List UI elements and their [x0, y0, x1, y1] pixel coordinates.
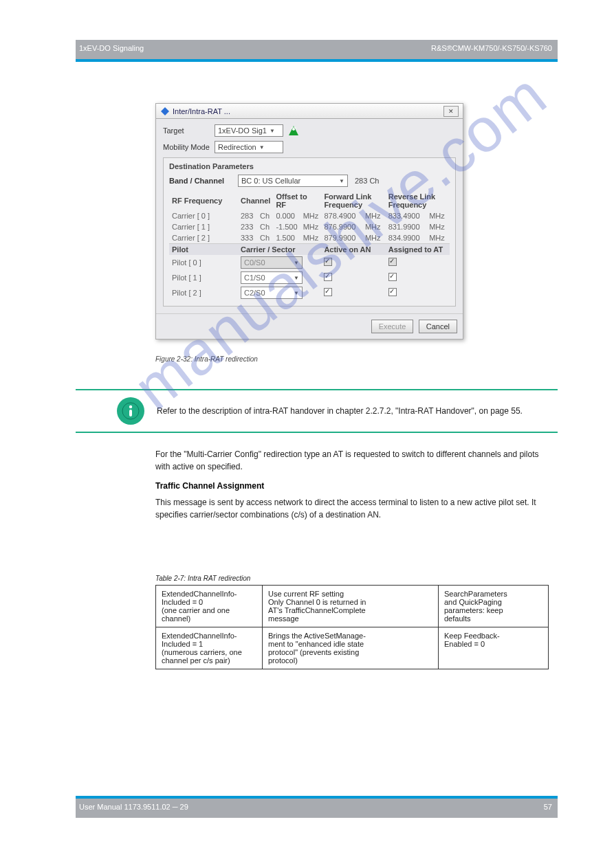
col-offset: Offset to RF — [273, 191, 321, 210]
paragraph: This message is sent by access network t… — [155, 496, 545, 521]
band-channel: 283 Ch — [355, 177, 379, 185]
execute-button[interactable]: Execute — [371, 320, 414, 333]
dialog-footer: Execute Cancel — [156, 313, 463, 339]
table-row: ExtendedChannelInfo- Included = 1 (numer… — [156, 627, 549, 669]
band-dropdown[interactable]: BC 0: US Cellular ▼ — [238, 175, 348, 187]
band-value: BC 0: US Cellular — [241, 177, 300, 185]
table-row: Pilot [ 2 ] C2/S0▼ — [169, 285, 450, 300]
table-row: ExtendedChannelInfo- Included = 0 (one c… — [156, 586, 549, 627]
col-channel: Channel — [238, 191, 273, 210]
subheading: Traffic Channel Assignment — [155, 480, 545, 492]
group-title: Destination Parameters — [169, 162, 450, 170]
pilot0-dropdown: C0/S0▼ — [241, 256, 303, 269]
paragraph: For the "Multi-Carrier Config" redirecti… — [155, 448, 545, 473]
mobility-dropdown[interactable]: Redirection ▼ — [215, 141, 283, 153]
figure-caption: Figure 2-32: Intra-RAT redirection — [155, 355, 258, 363]
pilot0-assigned-checkbox — [388, 258, 397, 266]
chevron-down-icon: ▼ — [339, 178, 344, 184]
target-dropdown[interactable]: 1xEV-DO Sig1 ▼ — [215, 124, 283, 137]
header-accent — [76, 59, 558, 62]
svg-rect-5 — [129, 410, 132, 416]
chevron-down-icon: ▼ — [294, 290, 299, 296]
col-assigned-at: Assigned to AT — [386, 244, 450, 256]
table-row: Carrier [ 2 ] 333Ch 1.500MHz 879.9900MHz… — [169, 232, 450, 244]
band-label: Band / Channel — [169, 177, 238, 185]
body-text: For the "Multi-Carrier Config" redirecti… — [155, 448, 545, 525]
chevron-down-icon: ▼ — [270, 128, 275, 134]
svg-marker-0 — [161, 107, 169, 115]
dialog-title-text: Inter/Intra-RAT ... — [173, 107, 230, 115]
col-carrier-sector: Carrier / Sector — [238, 244, 321, 256]
callout-text: Refer to the description of intra-RAT ha… — [157, 405, 523, 417]
rf-label: RF Frequency — [172, 197, 222, 205]
table-row: Pilot [ 1 ] C1/S0▼ — [169, 270, 450, 285]
pilot0-active-checkbox — [324, 258, 332, 266]
mobility-label: Mobility Mode — [163, 143, 215, 151]
pilot2-assigned-checkbox[interactable] — [388, 288, 397, 296]
mobility-value: Redirection — [218, 143, 256, 151]
col-forward: Forward Link Frequency — [321, 191, 385, 210]
destination-group: Destination Parameters Band / Channel BC… — [163, 157, 456, 307]
pilot-label: Pilot — [169, 244, 238, 256]
chevron-down-icon: ▼ — [294, 275, 299, 281]
target-value: 1xEV-DO Sig1 — [218, 126, 267, 135]
pilot1-active-checkbox[interactable] — [324, 273, 332, 281]
intra-rat-table: Table 2-7: Intra RAT redirection Extende… — [155, 575, 549, 669]
dialog-window: Inter/Intra-RAT ... ✕ Target 1xEV-DO Sig… — [155, 103, 463, 340]
cancel-button[interactable]: Cancel — [419, 320, 457, 333]
info-callout: Refer to the description of intra-RAT ha… — [76, 389, 558, 433]
window-icon — [160, 107, 170, 116]
info-icon — [117, 397, 144, 425]
chevron-down-icon: ▼ — [259, 144, 265, 151]
table-caption: Table 2-7: Intra RAT redirection — [155, 575, 549, 582]
header-right: R&S®CMW-KM750/-KS750/-KS760 — [431, 44, 552, 52]
pilot2-dropdown[interactable]: C2/S0▼ — [241, 287, 303, 299]
footer-left: User Manual 1173.9511.02 ─ 29 — [79, 803, 188, 811]
table-row: Carrier [ 0 ] 283Ch 0.000MHz 878.4900MHz… — [169, 210, 450, 221]
close-icon[interactable]: ✕ — [443, 106, 459, 117]
target-label: Target — [163, 126, 215, 135]
svg-point-2 — [292, 128, 295, 131]
col-active-an: Active on AN — [321, 244, 385, 256]
footer-page-number: 57 — [544, 803, 552, 811]
antenna-icon — [287, 124, 300, 137]
pilot1-dropdown[interactable]: C1/S0▼ — [241, 271, 303, 284]
svg-point-4 — [129, 405, 132, 408]
carrier-table: RF Frequency Channel Offset to RF Forwar… — [169, 191, 450, 300]
pilot1-assigned-checkbox[interactable] — [388, 273, 397, 281]
table-row: Carrier [ 1 ] 233Ch -1.500MHz 876.9900MH… — [169, 221, 450, 232]
dialog-titlebar[interactable]: Inter/Intra-RAT ... ✕ — [156, 104, 463, 119]
dialog-body: Target 1xEV-DO Sig1 ▼ Mobility Mode Redi… — [156, 119, 463, 313]
col-reverse: Reverse Link Frequency — [386, 191, 450, 210]
pilot2-active-checkbox[interactable] — [324, 288, 332, 296]
header-left: 1xEV-DO Signaling — [79, 44, 144, 52]
table-row: Pilot [ 0 ] C0/S0▼ — [169, 255, 450, 270]
callout-rule-bottom — [76, 432, 558, 433]
chevron-down-icon: ▼ — [294, 260, 299, 266]
